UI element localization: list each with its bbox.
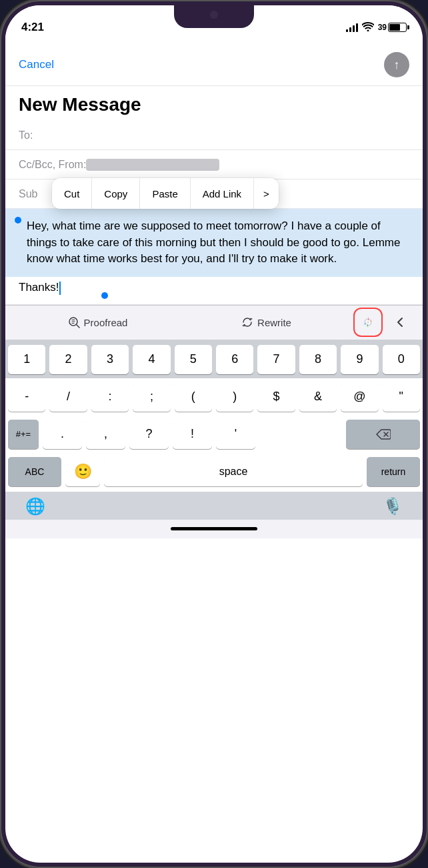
context-menu: Cut Copy Paste Add Link >: [52, 178, 279, 209]
ccbcc-field-row: Cc/Bcc, From:: [5, 150, 423, 179]
status-right: 39: [346, 22, 407, 33]
key-open-paren[interactable]: (: [175, 382, 212, 412]
rewrite-icon: [241, 316, 253, 328]
key-return[interactable]: return: [367, 457, 420, 486]
subject-row-container: Sub Cut Copy Paste Add Link >: [5, 179, 423, 209]
key-8[interactable]: 8: [299, 345, 337, 374]
compose-header: Cancel ↑: [5, 41, 423, 86]
key-dash[interactable]: -: [8, 382, 45, 412]
status-time: 4:21: [21, 21, 44, 34]
ccbcc-label: Cc/Bcc, From:: [19, 159, 86, 171]
key-at[interactable]: @: [341, 382, 378, 412]
key-apostrophe[interactable]: ': [216, 420, 255, 449]
key-7[interactable]: 7: [257, 345, 295, 374]
keyboard-bottom-row: ABC 🙂 space return: [5, 453, 423, 492]
thanks-line: Thanks!: [5, 277, 423, 305]
key-slash[interactable]: /: [49, 382, 87, 412]
key-quote[interactable]: ": [383, 382, 420, 412]
to-label: To:: [19, 129, 72, 141]
paste-menu-item[interactable]: Paste: [140, 178, 190, 209]
ai-toolbar: Proofread Rewrite: [5, 305, 423, 340]
camera-bump: [174, 5, 254, 28]
key-comma[interactable]: ,: [86, 420, 125, 449]
key-5[interactable]: 5: [175, 345, 212, 374]
from-field-redacted: [86, 159, 219, 171]
globe-icon[interactable]: 🌐: [25, 497, 45, 516]
phone-screen: 4:21: [5, 5, 423, 863]
svg-point-7: [367, 321, 369, 324]
battery-icon: 39: [378, 23, 407, 32]
camera-dot: [210, 11, 218, 19]
to-field-row: To:: [5, 121, 423, 150]
wifi-icon: [362, 22, 374, 33]
battery-level: 39: [378, 23, 387, 32]
proofread-button[interactable]: Proofread: [16, 311, 179, 334]
key-9[interactable]: 9: [341, 345, 378, 374]
key-backspace[interactable]: [346, 420, 420, 449]
microphone-icon[interactable]: 🎙️: [383, 497, 403, 516]
cancel-button[interactable]: Cancel: [19, 58, 54, 71]
more-menu-item[interactable]: >: [254, 178, 279, 209]
key-2[interactable]: 2: [49, 345, 87, 374]
signal-icon: [346, 23, 358, 32]
home-bar-area: 🌐 🎙️: [5, 492, 423, 520]
keyboard-symbols-row: - / : ; ( ) $ & @ ": [5, 378, 423, 416]
rewrite-label: Rewrite: [257, 317, 291, 328]
key-colon[interactable]: :: [91, 382, 129, 412]
keyboard-third-row: #+= . , ? ! ': [5, 416, 423, 453]
chevron-left-icon: [394, 316, 406, 328]
svg-line-1: [77, 325, 79, 328]
thanks-text: Thanks!: [19, 281, 59, 294]
body-text: Hey, what time are we supposed to meet t…: [19, 218, 409, 268]
copy-menu-item[interactable]: Copy: [92, 178, 140, 209]
key-space[interactable]: space: [104, 457, 363, 486]
key-hashtag-switch[interactable]: #+=: [8, 420, 39, 449]
key-6[interactable]: 6: [216, 345, 253, 374]
keyboard-numbers-row: 1 2 3 4 5 6 7 8 9 0: [5, 340, 423, 378]
key-ampersand[interactable]: &: [299, 382, 337, 412]
key-1[interactable]: 1: [8, 345, 45, 374]
key-abc-switch[interactable]: ABC: [8, 457, 61, 486]
home-indicator: [171, 527, 257, 530]
send-button[interactable]: ↑: [384, 52, 409, 77]
add-link-menu-item[interactable]: Add Link: [191, 178, 254, 209]
text-cursor: [59, 282, 61, 295]
ai-collapse-button[interactable]: [388, 310, 412, 334]
home-indicator-area: [5, 520, 423, 538]
proofread-label: Proofread: [84, 317, 128, 328]
body-compose-area[interactable]: Hey, what time are we supposed to meet t…: [5, 209, 423, 277]
apple-intelligence-icon: [359, 313, 377, 332]
proofread-icon: [68, 316, 80, 328]
rewrite-button[interactable]: Rewrite: [185, 311, 348, 334]
cut-menu-item[interactable]: Cut: [52, 178, 92, 209]
key-period[interactable]: .: [43, 420, 82, 449]
selection-handle-right: [101, 292, 108, 299]
key-close-paren[interactable]: ): [216, 382, 253, 412]
key-3[interactable]: 3: [91, 345, 129, 374]
send-arrow-icon: ↑: [394, 59, 400, 71]
key-dollar[interactable]: $: [257, 382, 295, 412]
key-semicolon[interactable]: ;: [133, 382, 170, 412]
key-question[interactable]: ?: [129, 420, 169, 449]
key-4[interactable]: 4: [133, 345, 170, 374]
key-exclaim[interactable]: !: [173, 420, 212, 449]
selection-handle-left: [15, 217, 21, 224]
key-emoji[interactable]: 🙂: [65, 457, 100, 486]
compose-title: New Message: [5, 86, 423, 121]
apple-intelligence-button[interactable]: [353, 308, 383, 337]
key-0[interactable]: 0: [383, 345, 420, 374]
phone-frame: 4:21: [0, 0, 428, 868]
